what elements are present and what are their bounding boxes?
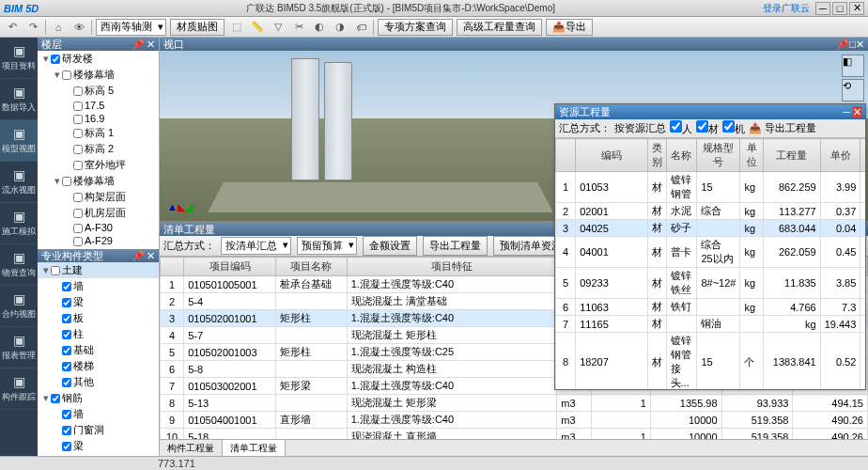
tree-node[interactable]: ▾研发楼 (38, 51, 159, 67)
close-icon[interactable]: ✕ (856, 39, 864, 50)
table-row[interactable]: 105-18现浇混凝土 直形墙m3110000519.358490.26 (161, 429, 868, 440)
tree-node[interactable]: A-F29 (38, 234, 159, 247)
building-model[interactable] (291, 58, 319, 180)
tag-icon[interactable]: 🏷 (352, 19, 369, 36)
nav-合约视图[interactable]: ▣合约视图 (0, 286, 38, 327)
axis-gizmo[interactable]: ▲◣◢ (167, 198, 193, 213)
pin-icon[interactable]: 📌 (132, 39, 145, 50)
table-row[interactable]: 404001材普卡综合 25以内kg262.0590.45117.93 (556, 237, 866, 268)
tab-component-qty[interactable]: 构件工程量 (160, 440, 223, 456)
nav-构件跟踪[interactable]: ▣构件跟踪 (0, 368, 38, 410)
tree-node[interactable]: 16.9 (38, 112, 159, 125)
tree-node[interactable]: ▾钢筋 (38, 390, 159, 406)
maximize-button[interactable]: □ (832, 2, 847, 15)
nav-项目资料[interactable]: ▣项目资料 (0, 38, 38, 79)
maximize-icon[interactable]: □ (849, 39, 856, 50)
cloud-login[interactable]: 登录广联云 (763, 2, 810, 15)
tree-node[interactable]: ▾楼修幕墙 (38, 67, 159, 83)
tab-list-qty[interactable]: 清单工程量 (223, 440, 286, 456)
col-header[interactable] (556, 139, 576, 172)
tree-node[interactable]: 其他 (38, 374, 159, 390)
table-row[interactable]: 85-13现浇混凝土 矩形梁m311355.9893.933494.15 (161, 395, 868, 412)
tree-node[interactable]: 板 (38, 310, 159, 326)
nav-模型视图[interactable]: ▣模型视图 (0, 120, 38, 162)
tree-node[interactable]: 室外地坪 (38, 157, 159, 173)
close-icon[interactable]: ✕ (853, 106, 861, 118)
col-header[interactable]: 合价(元) (860, 139, 865, 172)
home-icon[interactable]: ⌂ (50, 19, 67, 36)
nav-物资查询[interactable]: ▣物资查询 (0, 244, 38, 286)
col-header[interactable]: 编码 (576, 139, 647, 172)
tree-node[interactable]: 门窗洞 (38, 422, 159, 438)
resource-grid[interactable]: 编码类别名称规格型号单位工程量单价合价(元)101053材镀锌钢管15kg862… (555, 138, 865, 389)
measure-icon[interactable]: 📏 (249, 19, 266, 36)
close-icon[interactable]: ✕ (147, 250, 155, 261)
filter-icon[interactable]: ▽ (270, 19, 287, 36)
table-row[interactable]: 304025材砂子kg683.0440.0427.32 (556, 220, 866, 237)
col-header[interactable]: 单价 (820, 139, 860, 172)
material-checkbox[interactable]: 材 (696, 120, 719, 136)
col-header[interactable]: 名称 (666, 139, 697, 172)
nav-流水视图[interactable]: ▣流水视图 (0, 162, 38, 203)
tree-node[interactable]: 楼梯 (38, 358, 159, 374)
floor-tree[interactable]: ▾研发楼▾楼修幕墙标高 517.516.9标高 1标高 2室外地坪▾楼修幕墙构架… (38, 51, 159, 249)
section-icon[interactable]: ✂ (290, 19, 307, 36)
summary-combo[interactable]: 按清单汇总 (221, 237, 291, 255)
amount-setting-button[interactable]: 金额设置 (363, 236, 417, 256)
export-button[interactable]: 📤 导出 (546, 19, 593, 36)
close-button[interactable]: ✕ (849, 2, 864, 15)
tree-node[interactable]: 17.5 (38, 99, 159, 112)
table-row[interactable]: 202001材水泥综合kg113.2770.3741.91 (556, 203, 866, 220)
nav-数据导入[interactable]: ▣数据导入 (0, 79, 38, 120)
viewcube-icon[interactable]: ◧ (842, 55, 864, 77)
table-row[interactable]: 611063材铁钉kg4.7667.386.95 (556, 299, 866, 316)
resource-window[interactable]: 资源工程量 ─ ✕ 汇总方式： 按资源汇总 人 材 机 📤 导出工程量 编码类别… (554, 103, 866, 390)
type-tree[interactable]: ▾土建墙梁板柱基础楼梯其他▾钢筋墙门窗洞梁柱基础其他▾给排水管道(水)阀门法兰(… (38, 262, 159, 456)
tree-node[interactable]: ▾土建 (38, 262, 159, 278)
material-paint-button[interactable]: 材质贴图 (170, 19, 225, 36)
col-header[interactable]: 类别 (647, 139, 666, 172)
redo-icon[interactable]: ↷ (24, 19, 41, 36)
col-header[interactable] (161, 258, 184, 276)
col-header[interactable]: 项目编码 (184, 258, 276, 276)
minimize-icon[interactable]: ─ (843, 106, 850, 118)
tree-node[interactable]: 梁 (38, 438, 159, 454)
close-icon[interactable]: ✕ (147, 39, 155, 50)
minimize-button[interactable]: ─ (815, 2, 830, 15)
col-header[interactable]: 工程量 (763, 139, 820, 172)
table-row[interactable]: 101053材镀锌钢管15kg862.2593.993440.41 (556, 172, 866, 203)
export-qty-button[interactable]: 导出工程量 (423, 236, 488, 256)
tree-node[interactable]: 柱 (38, 454, 159, 456)
tree-node[interactable]: 墙 (38, 406, 159, 422)
tree-node[interactable]: A-F30 (38, 221, 159, 234)
col-header[interactable]: 项目特征 (347, 258, 557, 276)
orbit-icon[interactable]: ⟲ (842, 79, 864, 102)
tree-node[interactable]: 构架层面 (38, 189, 159, 205)
view-direction-combo[interactable]: 西南等轴测 (96, 19, 166, 36)
undo-icon[interactable]: ↶ (4, 19, 21, 36)
tree-node[interactable]: 标高 5 (38, 83, 159, 99)
tree-node[interactable]: 标高 2 (38, 141, 159, 157)
nav-施工模拟[interactable]: ▣施工模拟 (0, 203, 38, 244)
col-header[interactable]: 项目名称 (275, 258, 347, 276)
tree-node[interactable]: 柱 (38, 326, 159, 342)
tree-node[interactable]: 标高 1 (38, 125, 159, 141)
pin-icon[interactable]: 📌 (836, 39, 849, 50)
tree-node[interactable]: 梁 (38, 294, 159, 310)
col-header[interactable]: 单位 (740, 139, 763, 172)
labor-checkbox[interactable]: 人 (670, 120, 692, 136)
hide-icon[interactable]: ◐ (311, 19, 328, 36)
export-resource-button[interactable]: 📤 导出工程量 (749, 121, 816, 135)
budget-combo[interactable]: 预留预算 (297, 237, 357, 255)
table-row[interactable]: 9010504001001直形墙1.混凝土强度等级:C40m310000519.… (161, 412, 868, 429)
advanced-query-button[interactable]: 高级工程量查询 (457, 19, 542, 36)
building-model[interactable] (324, 62, 352, 180)
nav-报表管理[interactable]: ▣报表管理 (0, 327, 38, 368)
isolate-icon[interactable]: ◑ (332, 19, 349, 36)
resource-summary-combo[interactable]: 按资源汇总 (614, 121, 666, 135)
tree-node[interactable]: 墙 (38, 278, 159, 294)
tree-node[interactable]: 机房层面 (38, 205, 159, 221)
view-icon[interactable]: 👁 (70, 19, 87, 36)
select-icon[interactable]: ⬚ (228, 19, 245, 36)
tree-node[interactable]: 基础 (38, 342, 159, 358)
